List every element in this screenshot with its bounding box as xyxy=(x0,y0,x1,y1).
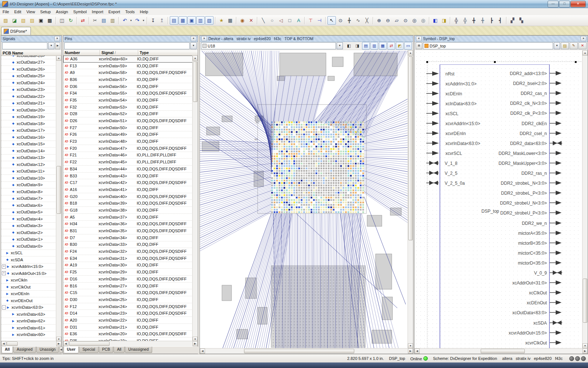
symbol-port-v-2-5[interactable]: V_2_5 xyxy=(426,171,458,176)
scroll-left-icon[interactable]: ◀ xyxy=(1,341,6,346)
export-icon[interactable]: ◫ xyxy=(58,16,66,25)
menu-export[interactable]: Export xyxy=(106,9,123,15)
tree-item[interactable]: ◆xcOutData<23> xyxy=(1,86,56,93)
pin-row[interactable]: IOB36xcvrInData<57>IO,DQ,DIFF xyxy=(63,76,193,83)
menu-symbol[interactable]: Symbol xyxy=(71,9,89,15)
scroll-down-icon[interactable]: ▼ xyxy=(582,343,588,348)
tree-item[interactable]: ◆xcOutData<10> xyxy=(1,175,56,182)
pin-row[interactable]: IOG18xcvrInData<38>IO,DQ,DIFF xyxy=(63,207,193,214)
symbol-port-ddr2-clk-n-3-0-[interactable]: DDR2_clk_N<3:0> xyxy=(510,101,562,106)
tree-item[interactable]: ◆xcOutData<14> xyxy=(1,148,56,155)
pin-row[interactable]: IOD36xcvrInData<56>IO,DQ,DIFF xyxy=(63,83,193,90)
symbol-port-nrst[interactable]: nRst xyxy=(426,71,455,77)
symbol-port-xcvrscl[interactable]: xcvrSCL xyxy=(426,151,462,156)
pin-row[interactable]: IOB31xcvrInData<35>IO,DQ,DQS,DIFF,DQSDIF… xyxy=(63,227,193,234)
symbol-close-left-icon[interactable]: ✕ xyxy=(416,36,422,41)
device-canvas[interactable]: 6034 xyxy=(200,50,408,348)
selection-handle[interactable] xyxy=(426,61,428,63)
symbol-port-ddr2-data-63-0-[interactable]: DDR2_data<63:0> xyxy=(510,141,562,146)
symbol-canvas[interactable]: nRstxcAddrIn<31:0>xcDEnInxcInData<63:0>x… xyxy=(415,50,582,348)
tree-item[interactable]: ◆xcOutData<19> xyxy=(1,114,56,121)
show-bottom-icon[interactable]: ▥ xyxy=(370,42,378,50)
copy-icon[interactable]: ▤ xyxy=(100,16,108,25)
pointer-icon[interactable]: ↖ xyxy=(327,16,336,25)
signals-column-header[interactable]: PCB Name xyxy=(1,50,61,56)
tree-item[interactable]: ◆xcOutData<2> xyxy=(1,229,56,236)
draw-circle-icon[interactable]: ○ xyxy=(268,16,276,25)
tab-unassign[interactable]: Unassign xyxy=(36,347,59,353)
tree-item[interactable]: ◆xcOutData<3> xyxy=(1,223,56,230)
view-symbol-icon[interactable]: ▥ xyxy=(196,16,205,25)
tree-item[interactable]: +◆xcvrAddrOut<15:0> xyxy=(1,270,56,277)
symbol-port-ddr2-strobeu-n-3-0-[interactable]: DDR2_strobeU_N<3:0> xyxy=(500,201,562,206)
pin-row[interactable]: IOB16xcvrInData<27>IO,DQ,DIFF xyxy=(63,283,193,290)
symbol-vscrollbar[interactable]: ▲ ▼ xyxy=(582,50,588,348)
pin-row[interactable]: IOC15xcvrInData<26>IO,DQ,DQS,DIFF,DQSDIF… xyxy=(63,289,193,296)
report-yellow-icon[interactable]: ◨ xyxy=(440,16,448,25)
draw-text-icon[interactable]: A xyxy=(294,16,303,25)
tab-special[interactable]: Special xyxy=(79,347,98,353)
symbol-port-xcaddrin-31-0-[interactable]: xcAddrIn<31:0> xyxy=(426,81,477,86)
symbol-port-mictorc-35-0-[interactable]: mictorC<35:0> xyxy=(518,251,562,256)
pins-close-icon[interactable]: ✕ xyxy=(191,36,196,41)
device-vscrollbar[interactable]: ▲ ▼ xyxy=(408,50,413,348)
import-design-icon[interactable]: ◪ xyxy=(10,16,19,25)
open-fpc-icon[interactable]: ▨ xyxy=(1,16,10,25)
net-colors-icon[interactable]: ◩ xyxy=(396,42,404,50)
scroll-left-icon[interactable]: ◀ xyxy=(200,348,205,354)
open-folder-icon[interactable]: ▧ xyxy=(19,16,28,25)
assign-down-icon[interactable]: ↧ xyxy=(149,16,157,25)
signals-filter-input[interactable] xyxy=(2,42,47,49)
tree-item[interactable]: ▶xcvrInData<61> xyxy=(1,325,56,332)
pin-row[interactable]: IOF22xcvrInData<45>IO,PLL,DIFF,PLLDIFF xyxy=(63,159,193,166)
align-v-icon[interactable]: ⊣ xyxy=(315,16,324,25)
tree-item[interactable]: ◆xcOutData<9> xyxy=(1,182,56,189)
menu-tools[interactable]: Tools xyxy=(123,9,137,15)
symbol-port-v-2-5-0a[interactable]: V_2_5_0a xyxy=(426,181,465,186)
scroll-right-icon[interactable]: ▶ xyxy=(582,348,588,354)
attach-icon[interactable]: ◉ xyxy=(238,16,247,25)
pin-row[interactable]: IOF23xcvrInData<48>IO,DQ,DIFF xyxy=(63,138,193,145)
selection-handle[interactable] xyxy=(494,61,496,63)
zoom-area-icon[interactable]: ⊙ xyxy=(401,16,410,25)
symbol-delete-icon[interactable]: ✕ xyxy=(578,42,587,49)
column-type[interactable]: Type xyxy=(138,50,198,56)
tab-user[interactable]: User xyxy=(64,347,79,353)
pin-row[interactable]: IOF27xcvrInData<50>IO,DQ,DIFF xyxy=(63,124,193,131)
pin-swap-icon[interactable]: ╬ xyxy=(452,16,460,25)
selection-handle[interactable] xyxy=(575,61,577,63)
maximize-button[interactable]: □ xyxy=(559,1,570,7)
pin-row[interactable]: IOE36xcvrInData<20>IO,DQ,DQS,DIFF,DQSDIF… xyxy=(63,331,193,338)
tree-item[interactable]: ◆xcOutData<0> xyxy=(1,243,56,250)
tab-pcb[interactable]: PCB xyxy=(99,347,114,353)
diff-pair-icon[interactable]: ▞ xyxy=(508,16,517,25)
signals-filter-dropdown[interactable]: ▼ xyxy=(48,42,54,49)
scroll-right-icon[interactable]: ▶ xyxy=(193,341,198,346)
pin-row[interactable]: IOF24xcvrInData<32>IO,DQ,DQS,DIFF,DQSDIF… xyxy=(63,248,193,255)
pin-row[interactable]: IOA20xcvrInData<22>IO,DQ,DIFF xyxy=(63,317,193,324)
symbol-port-ddr2-strobel-n-3-0-[interactable]: DDR2_strobeL_N<3:0> xyxy=(501,181,562,186)
scroll-down-icon[interactable]: ▼ xyxy=(408,343,413,348)
menu-import[interactable]: Import xyxy=(89,9,106,15)
layers-back-icon[interactable]: ◨ xyxy=(354,42,361,50)
symbol-port-ddr2-clken[interactable]: DDR2_clkEn xyxy=(521,121,562,126)
document-tab[interactable]: DSPone* xyxy=(1,27,31,35)
pin-row[interactable]: IOB33xcvrInData<43>IO,DQ,DIFF xyxy=(63,173,193,180)
undo-icon-dropdown[interactable]: ▼ xyxy=(129,17,133,24)
redo-icon[interactable]: ↷ xyxy=(133,16,141,25)
pin-row[interactable]: IOF34xcvrInData<55>IO,DQ,DQS,DIFF,DQSDIF… xyxy=(63,90,193,97)
symbol-port-xcscl[interactable]: xcSCL xyxy=(426,111,458,116)
signals-close-icon[interactable]: ✕ xyxy=(54,36,60,41)
column-number[interactable]: Number xyxy=(63,50,100,56)
menu-edit[interactable]: Edit xyxy=(12,9,24,15)
tree-item[interactable]: ◆xcvrDEnOut xyxy=(1,297,56,304)
symbol-hscrollbar[interactable]: ◀ ▶ xyxy=(415,348,588,354)
save-icon[interactable]: ▣ xyxy=(37,16,45,25)
device-info-icon[interactable]: ▭ xyxy=(404,42,412,50)
view-signals-icon[interactable]: ▤ xyxy=(170,16,178,25)
expand-icon[interactable]: + xyxy=(2,271,6,275)
symbol-port-ddr2-ras-n[interactable]: DDR2_ras_n xyxy=(521,171,562,176)
pin-row[interactable]: IOD14xcvrInData<23>IO,DQ,DQS,DIFF,DQSDIF… xyxy=(63,310,193,317)
zoom-page-icon[interactable]: ▱ xyxy=(392,16,401,25)
symbol-port-xcvrclkout[interactable]: xcvrClkOut xyxy=(525,340,562,346)
